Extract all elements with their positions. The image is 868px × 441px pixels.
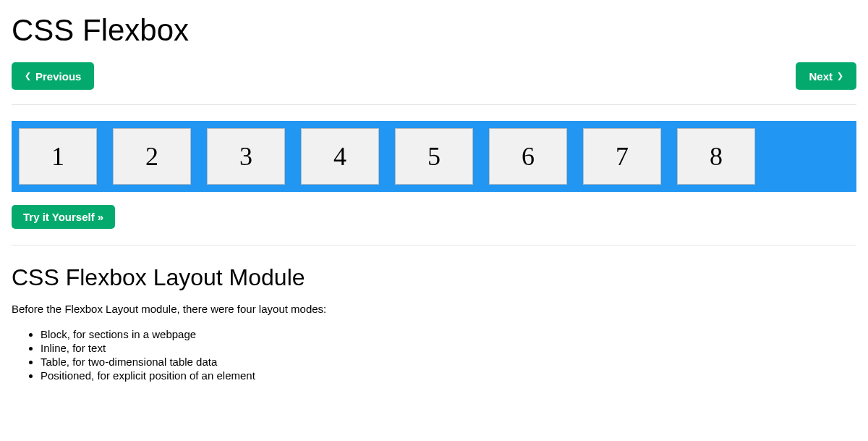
previous-label: Previous bbox=[35, 70, 81, 83]
next-label: Next bbox=[809, 70, 833, 83]
layout-modes-list: Block, for sections in a webpage Inline,… bbox=[12, 328, 856, 382]
previous-button[interactable]: ❮ Previous bbox=[12, 62, 94, 90]
flex-item: 2 bbox=[113, 128, 191, 185]
chevron-left-icon: ❮ bbox=[25, 70, 31, 83]
page-title: CSS Flexbox bbox=[12, 13, 856, 48]
flex-demo-container: 1 2 3 4 5 6 7 8 bbox=[12, 121, 856, 192]
list-item: Block, for sections in a webpage bbox=[41, 328, 856, 340]
demo-section: 1 2 3 4 5 6 7 8 bbox=[12, 105, 856, 205]
flex-item: 7 bbox=[583, 128, 661, 185]
flex-item: 6 bbox=[489, 128, 567, 185]
nav-row: ❮ Previous Next ❯ bbox=[12, 62, 856, 90]
divider bbox=[12, 245, 856, 245]
next-button[interactable]: Next ❯ bbox=[796, 62, 856, 90]
flex-item: 8 bbox=[677, 128, 755, 185]
chevron-right-icon: ❯ bbox=[837, 70, 843, 83]
flex-item: 4 bbox=[301, 128, 379, 185]
flex-item: 1 bbox=[19, 128, 97, 185]
list-item: Inline, for text bbox=[41, 342, 856, 354]
try-it-yourself-button[interactable]: Try it Yourself » bbox=[12, 205, 115, 229]
intro-text: Before the Flexbox Layout module, there … bbox=[12, 303, 856, 315]
list-item: Table, for two-dimensional table data bbox=[41, 356, 856, 368]
flex-item: 3 bbox=[207, 128, 285, 185]
list-item: Positioned, for explicit position of an … bbox=[41, 369, 856, 382]
section-heading: CSS Flexbox Layout Module bbox=[12, 264, 856, 291]
flex-item: 5 bbox=[395, 128, 473, 185]
